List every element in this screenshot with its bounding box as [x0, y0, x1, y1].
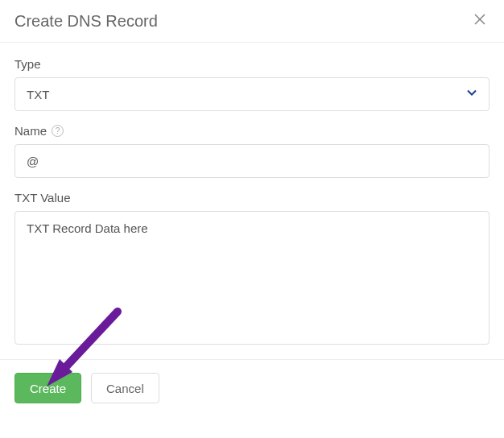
- help-icon[interactable]: ?: [52, 125, 64, 137]
- name-input[interactable]: [14, 144, 490, 178]
- close-icon: [473, 13, 486, 29]
- close-button[interactable]: [470, 11, 490, 31]
- modal-footer: Create Cancel: [0, 359, 504, 416]
- modal-header: Create DNS Record: [0, 0, 504, 43]
- cancel-button[interactable]: Cancel: [91, 373, 159, 403]
- type-select-value: TXT: [27, 88, 466, 101]
- chevron-down-icon: [466, 87, 477, 101]
- create-button[interactable]: Create: [14, 373, 81, 403]
- type-select[interactable]: TXT: [14, 77, 490, 111]
- txt-value-field: TXT Value TXT Record Data here: [14, 191, 490, 348]
- create-dns-record-modal: Create DNS Record Type TXT: [0, 0, 504, 416]
- modal-body: Type TXT Name ? TXT Value TXT Record Dat…: [0, 43, 504, 348]
- name-label: Name: [14, 124, 47, 138]
- modal-title: Create DNS Record: [14, 12, 158, 31]
- type-field: Type TXT: [14, 57, 490, 111]
- name-field: Name ?: [14, 124, 490, 178]
- txt-value-label: TXT Value: [14, 191, 490, 205]
- type-label: Type: [14, 57, 490, 71]
- name-label-row: Name ?: [14, 124, 490, 138]
- txt-value-textarea[interactable]: TXT Record Data here: [14, 211, 490, 345]
